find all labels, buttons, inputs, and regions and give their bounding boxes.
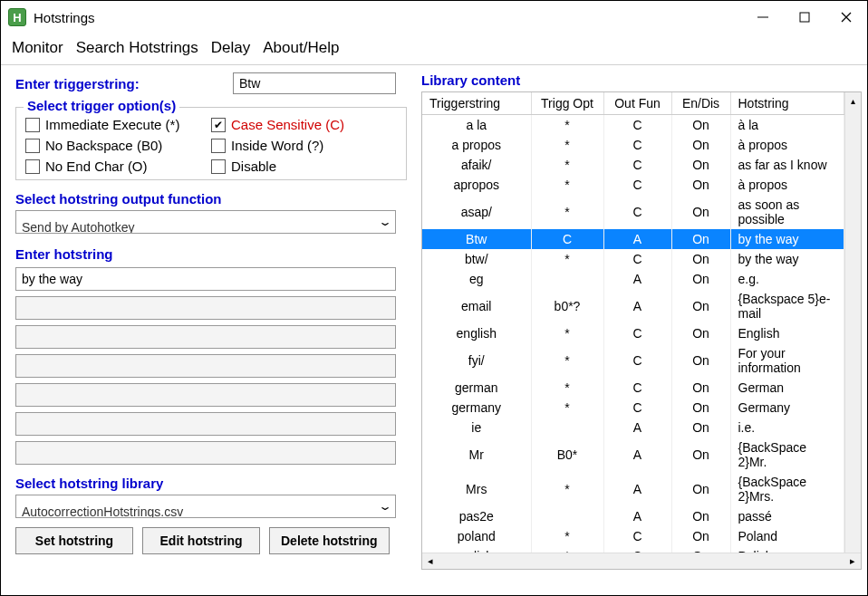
table-row[interactable]: MrB0*AOn{BackSpace 2}Mr.: [422, 437, 844, 472]
table-cell: à propos: [730, 135, 844, 155]
table-cell: On: [671, 195, 730, 229]
table-cell: a la: [422, 115, 531, 136]
option-checkbox-5[interactable]: Disable: [211, 159, 397, 174]
option-checkbox-4[interactable]: No End Char (O): [25, 159, 211, 174]
hotstring-line-4[interactable]: [15, 383, 396, 407]
table-cell: as soon as possible: [730, 195, 844, 229]
option-checkbox-1[interactable]: Case Sensitive (C): [211, 117, 397, 132]
table-cell: à la: [730, 115, 844, 136]
option-checkbox-2[interactable]: No Backspace (B0): [25, 138, 211, 153]
table-row[interactable]: asap/*COnas soon as possible: [422, 195, 844, 229]
table-cell: A: [603, 437, 671, 472]
table-cell: German: [730, 378, 844, 398]
output-fn-select[interactable]: Send by Autohotkey ⌄: [15, 210, 396, 234]
library-content-title: Library content: [421, 72, 862, 88]
column-header[interactable]: En/Dis: [671, 92, 730, 115]
chevron-down-icon: ⌄: [378, 216, 392, 228]
table-row[interactable]: emailb0*?AOn{Backspace 5}e-mail: [422, 289, 844, 323]
table-row[interactable]: a propos*COnà propos: [422, 135, 844, 155]
table-cell: english: [422, 323, 531, 343]
vertical-scrollbar[interactable]: ▴: [844, 92, 861, 553]
scroll-up-icon[interactable]: ▴: [845, 92, 861, 109]
table-row[interactable]: egAOne.g.: [422, 269, 844, 289]
right-panel: Library content TriggerstringTrigg OptOu…: [418, 65, 867, 592]
table-cell: btw/: [422, 249, 531, 269]
library-select[interactable]: AutocorrectionHotstrings.csv ⌄: [15, 495, 396, 518]
table-cell: *: [531, 378, 603, 398]
table-cell: C: [603, 343, 671, 378]
table-cell: On: [671, 135, 730, 155]
table-row[interactable]: a la*COnà la: [422, 115, 844, 136]
table-cell: by the way: [730, 249, 844, 269]
delete-hotstring-button[interactable]: Delete hotstring: [269, 527, 390, 554]
scroll-left-icon[interactable]: ◂: [428, 555, 433, 567]
column-header[interactable]: Hotstring: [730, 92, 844, 115]
table-row[interactable]: ieAOni.e.: [422, 418, 844, 437]
close-button[interactable]: [825, 1, 867, 34]
edit-hotstring-button[interactable]: Edit hotstring: [142, 527, 260, 554]
column-header[interactable]: Out Fun: [603, 92, 671, 115]
menu-about-help[interactable]: About/Help: [263, 39, 339, 57]
table-cell: [531, 269, 603, 289]
table-row[interactable]: pas2eAOnpassé: [422, 506, 844, 526]
hotstring-line-0[interactable]: [15, 267, 396, 291]
hotstring-line-6[interactable]: [15, 441, 396, 465]
checkbox-label: Disable: [231, 159, 276, 174]
table-cell: On: [671, 472, 730, 506]
enter-trigger-label: Enter triggerstring:: [15, 76, 233, 91]
table-row[interactable]: poland*COnPoland: [422, 526, 844, 546]
table-cell: On: [671, 289, 730, 323]
option-checkbox-3[interactable]: Inside Word (?): [211, 138, 397, 153]
hotstring-line-1[interactable]: [15, 296, 396, 320]
table-cell: A: [603, 472, 671, 506]
table-row[interactable]: Mrs*AOn{BackSpace 2}Mrs.: [422, 472, 844, 506]
table-row[interactable]: german*COnGerman: [422, 378, 844, 398]
table-row[interactable]: apropos*COnà propos: [422, 175, 844, 195]
table-row[interactable]: germany*COnGermany: [422, 398, 844, 418]
table-cell: b0*?: [531, 289, 603, 323]
hotstring-line-2[interactable]: [15, 325, 396, 349]
hotstring-line-5[interactable]: [15, 412, 396, 436]
column-header[interactable]: Triggerstring: [422, 92, 531, 115]
table-cell: A: [603, 229, 671, 249]
maximize-button[interactable]: [784, 1, 825, 34]
table-row[interactable]: btw/*COnby the way: [422, 249, 844, 269]
library-table[interactable]: TriggerstringTrigg OptOut FunEn/DisHotst…: [422, 92, 844, 570]
table-cell: For your information: [730, 343, 844, 378]
table-cell: apropos: [422, 175, 531, 195]
checkbox-box: [211, 118, 226, 132]
option-checkbox-0[interactable]: Immediate Execute (*): [25, 117, 211, 132]
menu-monitor[interactable]: Monitor: [12, 39, 63, 57]
titlebar: H Hotstrings: [1, 1, 867, 34]
scroll-right-icon[interactable]: ▸: [850, 555, 855, 567]
table-row[interactable]: english*COnEnglish: [422, 323, 844, 343]
menu-search-hotstrings[interactable]: Search Hotstrings: [76, 39, 198, 57]
table-cell: A: [603, 289, 671, 323]
table-row[interactable]: fyi/*COnFor your information: [422, 343, 844, 378]
table-cell: Germany: [730, 398, 844, 418]
hotstring-line-3[interactable]: [15, 354, 396, 378]
table-cell: *: [531, 398, 603, 418]
table-cell: On: [671, 155, 730, 175]
library-label: Select hotstring library: [15, 476, 407, 491]
table-cell: Mr: [422, 437, 531, 472]
table-cell: Poland: [730, 526, 844, 546]
table-cell: C: [603, 115, 671, 136]
table-cell: as far as I know: [730, 155, 844, 175]
horizontal-scrollbar[interactable]: ◂ ▸: [422, 553, 861, 569]
table-row[interactable]: BtwCAOnby the way: [422, 229, 844, 249]
table-cell: email: [422, 289, 531, 323]
maximize-icon: [798, 11, 811, 24]
table-cell: On: [671, 418, 730, 437]
table-cell: *: [531, 343, 603, 378]
table-cell: Mrs: [422, 472, 531, 506]
column-header[interactable]: Trigg Opt: [531, 92, 603, 115]
output-fn-value: Send by Autohotkey: [22, 220, 135, 234]
table-cell: On: [671, 526, 730, 546]
table-cell: On: [671, 269, 730, 289]
trigger-input[interactable]: [233, 72, 396, 94]
set-hotstring-button[interactable]: Set hotstring: [15, 527, 133, 554]
menu-delay[interactable]: Delay: [211, 39, 250, 57]
table-row[interactable]: afaik/*COnas far as I know: [422, 155, 844, 175]
minimize-button[interactable]: [742, 1, 784, 34]
